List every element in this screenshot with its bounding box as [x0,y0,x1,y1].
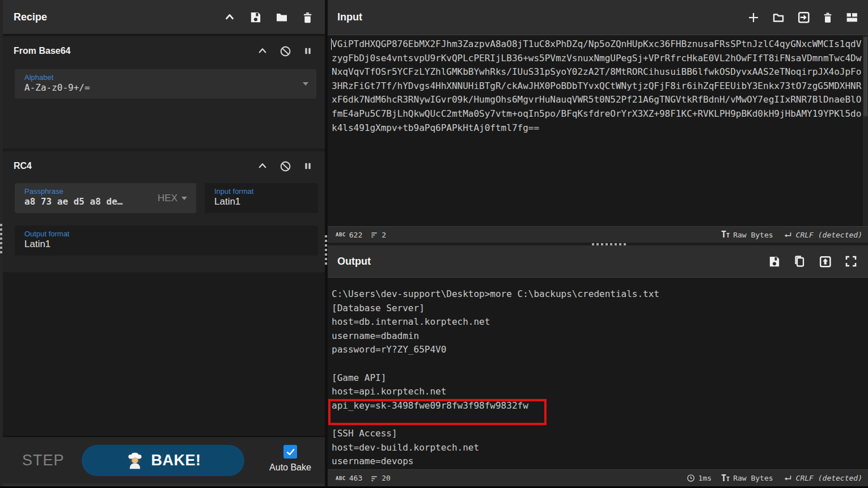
splitter-grip[interactable] [325,235,327,265]
recipe-title: Recipe [3,11,47,23]
crlf-arrow-icon [783,474,793,482]
passphrase-value[interactable]: a8 73 ae d5 a8 de… [15,196,131,207]
line-count-icon [370,474,378,482]
output-format-value[interactable]: Latin1 [15,239,318,250]
operation-from-base64[interactable]: From Base64 Alphabet A-Za-z0-9+/= [3,36,325,148]
tab-layout-icon[interactable] [845,10,859,24]
clear-recipe-trash-icon[interactable] [302,11,314,24]
char-count: ABC 463 [328,474,362,482]
splitter-grip[interactable] [0,224,2,253]
maximize-output-icon[interactable] [844,254,858,268]
collapse-chevron-icon[interactable] [223,11,236,23]
char-count: ABC 622 [328,231,362,239]
cyberchef-app: Recipe From Base64 [0,0,868,488]
breakpoint-pause-icon[interactable] [303,46,312,56]
clear-io-trash-icon[interactable] [822,11,833,24]
scrollbar-thumb[interactable] [863,37,867,116]
load-recipe-folder-icon[interactable] [275,10,289,24]
auto-bake-control: Auto Bake [265,445,316,473]
operation-title: RC4 [3,161,32,171]
recipe-controls-bar: STEP BAKE! Auto Bake [3,436,325,483]
recipe-empty-area [3,273,325,436]
input-status-bar: ABC 622 2 TT Raw Bytes CRLF (detected) [328,226,868,243]
breakpoint-pause-icon[interactable] [303,161,312,171]
clock-icon [687,474,695,482]
char-count-icon: ABC [336,232,346,237]
passphrase-field[interactable]: Passphrase a8 73 ae d5 a8 de… HEX [15,183,196,213]
io-panel: Input VGiPTdHXQGP876EbMX2F [328,0,868,488]
operation-rc4[interactable]: RC4 Passphrase a8 73 ae d5 a8 de… [3,151,325,272]
char-count-icon: ABC [336,476,346,481]
bake-time: 1ms [681,474,712,482]
chef-icon [125,451,145,470]
output-format-field[interactable]: Output format Latin1 [15,226,318,256]
open-folder-icon[interactable] [772,11,785,24]
encoding-icon: TT [721,473,730,483]
crlf-arrow-icon [783,231,793,239]
disable-operation-icon[interactable] [280,160,291,172]
recipe-header: Recipe [3,0,325,35]
passphrase-type-value[interactable]: HEX [158,193,177,204]
alphabet-field[interactable]: Alphabet A-Za-z0-9+/= [15,69,316,99]
output-encoding-selector[interactable]: TT Raw Bytes [715,473,773,483]
input-format-value[interactable]: Latin1 [205,196,318,207]
line-count: 20 [362,474,391,482]
add-input-tab-icon[interactable] [747,11,760,24]
output-header: Output [328,245,868,278]
check-icon [286,447,295,457]
input-textarea[interactable]: VGiPTdHXQGP876EbMX2FJhm3ZazpvA8aO8jT1uC8… [328,36,863,226]
input-title: Input [328,11,362,23]
bake-button[interactable]: BAKE! [82,445,244,476]
passphrase-type-dropdown[interactable]: HEX [158,193,187,204]
encoding-icon: TT [721,230,730,240]
input-format-label: Input format [205,183,318,196]
output-format-label: Output format [15,226,318,239]
input-encoding-selector[interactable]: TT Raw Bytes [715,230,773,240]
step-button[interactable]: STEP [22,452,65,469]
output-eol-selector[interactable]: CRLF (detected) [777,474,862,482]
save-output-icon[interactable] [768,255,781,268]
auto-bake-label: Auto Bake [269,459,311,473]
input-format-field[interactable]: Input format Latin1 [205,183,318,213]
alphabet-label: Alphabet [15,69,316,82]
output-title: Output [328,256,371,268]
collapse-chevron-icon[interactable] [257,161,268,171]
output-status-bar: ABC 463 20 1ms TT Raw Bytes CRLF (detect [328,469,868,486]
recipe-panel: Recipe From Base64 [3,0,325,488]
alphabet-value[interactable]: A-Za-z0-9+/= [15,82,316,93]
save-recipe-icon[interactable] [249,11,262,24]
dropdown-caret-icon[interactable] [303,82,308,86]
open-file-icon[interactable] [797,10,811,24]
input-eol-selector[interactable]: CRLF (detected) [777,231,862,239]
copy-output-icon[interactable] [793,254,806,268]
output-textarea: C:\Users\dev-support\Desktop>more C:\bac… [328,278,863,469]
line-count-icon [370,231,378,239]
input-header: Input [328,0,868,35]
replace-input-with-output-icon[interactable] [818,254,832,269]
bake-button-label: BAKE! [151,452,201,469]
dropdown-caret-icon [181,197,187,200]
input-scrollbar[interactable] [863,36,868,226]
line-count: 2 [362,231,386,239]
auto-bake-checkbox[interactable] [283,445,297,459]
text-cursor [331,39,332,50]
collapse-chevron-icon[interactable] [257,46,268,56]
disable-operation-icon[interactable] [280,45,291,57]
operation-title: From Base64 [3,46,71,56]
